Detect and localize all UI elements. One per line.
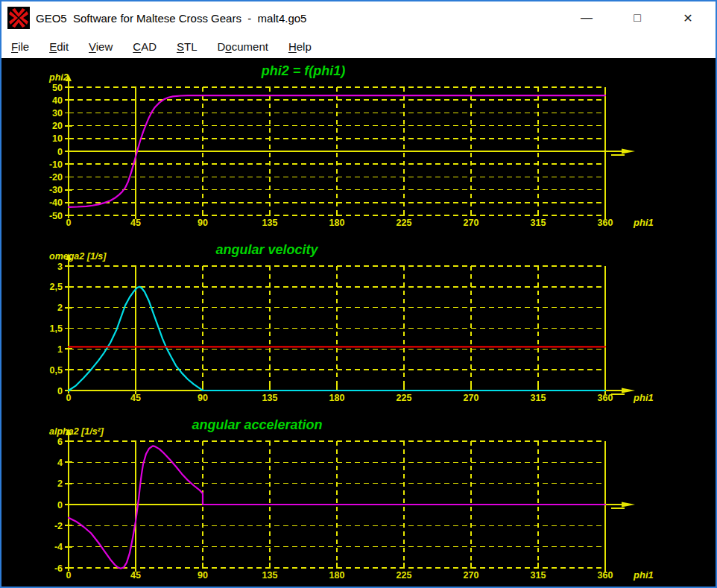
x-tick-label: 180 [329,570,345,581]
x-tick-label: 315 [531,393,546,403]
y-axis-label: phi2 [48,72,69,83]
y-tick-label: -20 [49,172,63,183]
x-tick-label: 135 [262,570,278,581]
window-title: GEO5 Software for Maltese Cross Gears - … [36,12,553,25]
y-tick-label: 0,5 [50,365,63,376]
x-tick-label: 180 [329,218,345,228]
x-tick-label: 0 [66,218,72,228]
minimize-button[interactable]: — [569,6,604,30]
x-axis-label: phi1 [633,392,654,403]
x-tick-label: 270 [464,393,479,403]
y-tick-label: 50 [52,83,63,93]
y-tick-label: 20 [52,121,63,131]
y-tick-label: -10 [49,159,63,170]
y-tick-label: 10 [52,133,63,144]
menu-item-document[interactable]: Document [218,40,268,53]
y-tick-label: 0 [57,147,63,157]
x-tick-label: 315 [531,570,546,581]
x-axis-label: phi1 [633,217,654,228]
chart-title: angular acceleration [192,417,322,432]
x-axis-label: phi1 [633,569,654,581]
x-tick-label: 90 [198,218,208,228]
x-tick-label: 225 [397,218,412,228]
y-tick-label: 2,5 [50,282,63,292]
menu-item-stl[interactable]: STL [177,40,198,53]
x-tick-label: 45 [130,393,141,403]
client-area: 50403020100-10-20-30-40-5004590135180225… [1,58,716,587]
y-tick-label: -30 [49,185,63,195]
plots-canvas: 50403020100-10-20-30-40-5004590135180225… [1,58,716,587]
menubar: FileEditViewCADSTLDocumentHelp [1,34,716,58]
menu-item-help[interactable]: Help [288,40,312,53]
x-tick-label: 0 [66,393,72,403]
menu-item-view[interactable]: View [89,40,113,53]
y-tick-label: -2 [54,521,63,531]
x-tick-label: 225 [397,570,412,581]
x-tick-label: 360 [598,218,613,228]
x-tick-label: 45 [130,218,141,228]
y-tick-label: 0 [57,500,63,510]
y-tick-label: 1,5 [50,323,63,334]
maximize-button[interactable]: □ [620,6,654,30]
x-tick-label: 270 [464,218,479,228]
chart-3-group: 6420-2-4-604590135180225270315360angular… [49,417,654,581]
y-tick-label: -50 [49,211,63,221]
y-tick-label: 40 [52,95,63,106]
menu-item-file[interactable]: File [11,40,29,53]
x-tick-label: 315 [531,218,546,228]
close-button[interactable]: ✕ [671,6,705,30]
x-tick-label: 360 [598,570,613,581]
x-tick-label: 225 [397,393,412,403]
y-axis-label: alpha2 [1/s²] [49,426,104,437]
chart-2-group: 32,521,510,5004590135180225270315360angu… [49,242,654,403]
y-tick-label: 2 [57,478,63,489]
maltese-cross-icon[interactable] [7,7,30,29]
y-axis-label: omega2 [1/s] [49,251,107,262]
menu-item-edit[interactable]: Edit [49,40,69,53]
titlebar: GEO5 Software for Maltese Cross Gears - … [1,1,716,34]
chart-title: phi2 = f(phi1) [261,63,346,78]
y-tick-label: -40 [49,197,63,208]
app-window: GEO5 Software for Maltese Cross Gears - … [0,0,717,588]
x-tick-label: 180 [329,393,345,403]
x-tick-label: 0 [66,570,72,581]
y-tick-label: 2 [57,303,63,313]
x-tick-label: 270 [464,570,479,581]
x-tick-label: 135 [262,218,278,228]
chart-1-group: 50403020100-10-20-30-40-5004590135180225… [48,63,654,228]
menu-item-cad[interactable]: CAD [133,40,157,53]
window-controls: — □ ✕ [553,6,705,30]
x-tick-label: 135 [262,393,278,403]
y-tick-label: -6 [54,563,63,574]
y-tick-label: 3 [57,262,63,272]
x-tick-label: 360 [598,393,613,403]
y-tick-label: 30 [52,108,63,118]
y-tick-label: 1 [57,344,63,355]
x-axis-arrowhead [622,149,635,154]
x-axis-arrowhead [622,502,635,508]
chart-title: angular velocity [215,242,318,257]
y-tick-label: 4 [57,458,63,468]
y-tick-label: 0 [57,386,63,396]
x-tick-label: 45 [130,570,141,581]
x-tick-label: 90 [198,570,208,581]
x-tick-label: 90 [198,393,208,403]
y-tick-label: -4 [54,542,63,552]
y-tick-label: 6 [57,437,63,447]
